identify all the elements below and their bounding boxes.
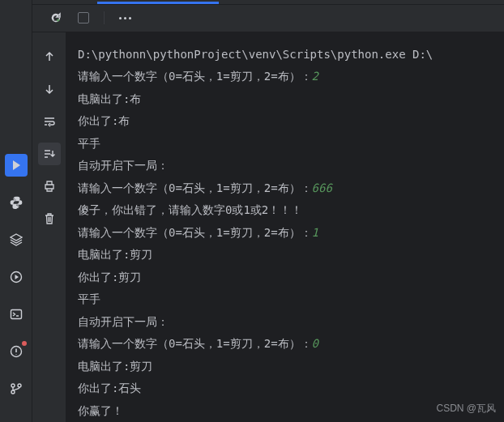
svg-point-3 [11, 384, 15, 387]
toolbar-separator [104, 11, 105, 24]
output-line: 平手 [78, 137, 100, 150]
output-line: 自动开启下一局： [78, 315, 169, 328]
scroll-end-button[interactable] [38, 143, 61, 165]
soft-wrap-button[interactable] [38, 110, 61, 133]
scroll-end-icon [43, 147, 56, 160]
more-actions-button[interactable] [116, 9, 134, 27]
rerun-button[interactable] [47, 9, 65, 27]
svg-point-5 [18, 384, 21, 387]
output-line: 平手 [78, 292, 100, 305]
output-line: 电脑出了:布 [78, 92, 141, 105]
output-line: 傻子，你出错了，请输入数字0或1或2！！！ [78, 203, 302, 216]
git-branch-icon [10, 382, 23, 395]
arrow-up-icon [43, 50, 56, 63]
services-button[interactable] [5, 266, 28, 288]
problems-button[interactable] [5, 340, 28, 363]
terminal-button[interactable] [5, 303, 28, 326]
warning-circle-icon [10, 345, 23, 358]
output-line: 自动开启下一局： [78, 159, 169, 172]
rerun-icon [49, 11, 62, 24]
exec-path-line: D:\pythonn\pythonProject\venv\Scripts\py… [78, 48, 433, 61]
watermark: CSDN @瓦风 [436, 402, 496, 416]
wrap-icon [43, 115, 56, 128]
console-toolbar [32, 5, 504, 32]
active-tab-indicator [97, 2, 219, 4]
output-line: 你出了:剪刀 [78, 271, 141, 283]
play-circle-icon [10, 271, 23, 283]
run-tool-button[interactable] [5, 154, 28, 177]
structure-button[interactable] [5, 228, 28, 251]
prompt-line: 请输入一个数字（0=石头，1=剪刀，2=布）：0 [78, 337, 318, 350]
output-line: 电脑出了:剪刀 [78, 360, 152, 373]
print-button[interactable] [38, 175, 61, 198]
output-line: 你赢了！ [78, 404, 123, 417]
prompt-line: 请输入一个数字（0=石头，1=剪刀，2=布）：1 [78, 226, 318, 239]
play-icon [11, 160, 22, 171]
python-icon [9, 195, 23, 210]
output-line: 你出了:布 [78, 114, 130, 127]
clear-button[interactable] [38, 207, 61, 230]
svg-point-4 [11, 390, 15, 394]
svg-rect-1 [11, 310, 21, 319]
print-icon [43, 180, 56, 193]
notification-dot-icon [22, 341, 27, 346]
prompt-line: 请输入一个数字（0=石头，1=剪刀，2=布）：2 [78, 70, 318, 83]
up-stack-button[interactable] [38, 45, 61, 68]
prompt-line: 请输入一个数字（0=石头，1=剪刀，2=布）：666 [78, 181, 332, 194]
arrow-down-icon [43, 83, 56, 96]
output-line: 电脑出了:剪刀 [78, 248, 152, 261]
down-stack-button[interactable] [38, 78, 61, 100]
console-gutter [32, 32, 66, 423]
python-console-button[interactable] [5, 191, 28, 214]
vcs-button[interactable] [5, 377, 28, 400]
layers-icon [10, 233, 23, 246]
trash-icon [43, 212, 56, 225]
terminal-icon [10, 308, 23, 321]
kebab-icon [119, 17, 131, 19]
console-output[interactable]: D:\pythonn\pythonProject\venv\Scripts\py… [66, 32, 504, 423]
stop-icon [78, 12, 89, 23]
output-line: 你出了:石头 [78, 382, 141, 394]
stop-button[interactable] [75, 9, 92, 27]
